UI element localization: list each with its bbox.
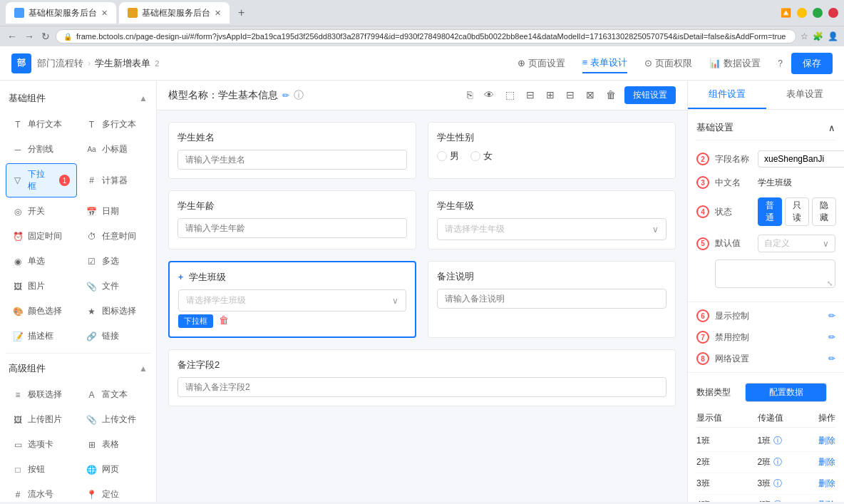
tab1-close[interactable]: ✕: [101, 9, 108, 18]
comp-link[interactable]: 🔗 链接: [80, 325, 151, 347]
comp-table[interactable]: ⊞ 表格: [80, 433, 151, 456]
info-icon-1[interactable]: ⓘ: [773, 435, 782, 447]
comp-calculator[interactable]: # 计算器: [80, 163, 151, 197]
student-grade-select[interactable]: 请选择学生年级 ∨: [437, 218, 667, 240]
data-type-opt-config[interactable]: 配置数据: [746, 384, 826, 401]
profile-icon[interactable]: 👤: [828, 31, 838, 41]
dropdown-label-btn[interactable]: 下拉框: [178, 314, 213, 328]
del-link-1[interactable]: 删除: [818, 435, 835, 447]
delete-toolbar-icon[interactable]: 🗑: [603, 86, 619, 104]
close-button[interactable]: [828, 8, 838, 18]
btn-settings-button[interactable]: 按钮设置: [624, 86, 676, 104]
star-icon[interactable]: ☆: [801, 31, 808, 41]
comp-date[interactable]: 📅 日期: [80, 200, 151, 222]
info-icon-4[interactable]: ⓘ: [773, 499, 782, 502]
collapse-icon[interactable]: ∧: [828, 123, 835, 133]
comp-upload-image[interactable]: 🖼 上传图片: [6, 408, 77, 431]
comp-any-time[interactable]: ⏱ 任意时间: [80, 225, 151, 247]
back-button[interactable]: ←: [6, 29, 19, 43]
disable-control-edit[interactable]: ✏: [828, 332, 835, 342]
refresh-button[interactable]: ↻: [40, 29, 51, 43]
layout5-icon[interactable]: ⊠: [583, 86, 597, 104]
url-bar[interactable]: 🔒 frame.bctools.cn/page-design-ui/#/form…: [56, 29, 796, 43]
save-button[interactable]: 保存: [791, 53, 833, 74]
gender-female[interactable]: 女: [470, 150, 493, 163]
num-3: 3: [696, 176, 709, 189]
layout4-icon[interactable]: ⊟: [563, 86, 577, 104]
field-student-class[interactable]: + 学生班级 请选择学生班级 ∨ 下拉框 🗑: [168, 261, 416, 338]
status-normal-btn[interactable]: 普通: [758, 197, 782, 226]
comp-webpage[interactable]: 🌐 网页: [80, 458, 151, 480]
tab2-close[interactable]: ✕: [215, 9, 221, 18]
comp-link-label: 链接: [102, 330, 119, 342]
info-icon-2[interactable]: ⓘ: [773, 456, 782, 468]
comp-upload-file[interactable]: 📎 上传文件: [80, 408, 151, 431]
tab-2[interactable]: 基础框架服务后台 ✕: [119, 2, 230, 24]
comp-cascade[interactable]: ≡ 极联选择: [6, 384, 77, 406]
expand-icon[interactable]: ⤡: [827, 279, 833, 287]
comp-serial[interactable]: # 流水号: [6, 483, 77, 502]
status-hidden-btn[interactable]: 隐藏: [812, 197, 836, 226]
eye-toolbar-icon[interactable]: 👁: [481, 86, 497, 104]
status-readonly-btn[interactable]: 只读: [785, 197, 809, 226]
basic-section-toggle[interactable]: ▲: [139, 93, 148, 103]
comp-dropdown[interactable]: ▽ 下拉框 1: [6, 163, 77, 197]
layout2-icon[interactable]: ⊟: [523, 86, 537, 104]
minimize-button[interactable]: [797, 8, 807, 18]
new-tab-button[interactable]: +: [232, 4, 250, 22]
breadcrumb-item-1[interactable]: 部门流程转: [37, 57, 83, 70]
gender-male[interactable]: 男: [437, 150, 459, 163]
layout1-icon[interactable]: ⬚: [503, 86, 518, 104]
header-actions: ? 保存: [778, 53, 833, 74]
model-name-edit-icon[interactable]: ✏: [282, 91, 289, 101]
tab-1[interactable]: 基础框架服务后台 ✕: [6, 2, 116, 24]
del-link-4[interactable]: 删除: [818, 499, 835, 502]
student-name-input[interactable]: [177, 150, 407, 170]
field-name-input[interactable]: [758, 150, 844, 168]
display-control-edit[interactable]: ✏: [828, 311, 835, 321]
comp-rich-text[interactable]: A 富文本: [80, 384, 151, 406]
del-link-3[interactable]: 删除: [818, 478, 835, 490]
field-delete-icon[interactable]: 🗑: [219, 314, 229, 328]
comp-multi-text[interactable]: T 多行文本: [80, 113, 151, 135]
copy-toolbar-icon[interactable]: ⎘: [464, 86, 475, 104]
tab-form-settings[interactable]: 表单设置: [766, 81, 845, 109]
forward-button[interactable]: →: [23, 29, 36, 43]
default-value-select[interactable]: 自定义 ∨: [758, 235, 835, 252]
student-age-input[interactable]: [177, 218, 407, 238]
network-settings-edit[interactable]: ✏: [828, 354, 835, 364]
default-value-textarea[interactable]: [715, 259, 835, 288]
layout3-icon[interactable]: ⊞: [543, 86, 557, 104]
comp-switch[interactable]: ◎ 开关: [6, 200, 77, 222]
comp-description[interactable]: 📝 描述框: [6, 325, 77, 347]
advanced-section-toggle[interactable]: ▲: [139, 364, 148, 374]
comp-fixed-time[interactable]: ⏰ 固定时间: [6, 225, 77, 247]
tab-page-settings[interactable]: ⊕ 页面设置: [518, 54, 565, 73]
comp-image[interactable]: 🖼 图片: [6, 275, 77, 297]
del-link-2[interactable]: 删除: [818, 456, 835, 468]
comp-small-title[interactable]: Aa 小标题: [80, 138, 151, 160]
tab-data-settings[interactable]: 📊 数据设置: [709, 54, 761, 73]
link-icon: 🔗: [86, 331, 98, 342]
ext-icon[interactable]: 🧩: [813, 31, 823, 41]
remarks-input[interactable]: [437, 289, 667, 309]
maximize-button[interactable]: [813, 8, 823, 18]
comp-multi-choice[interactable]: ☑ 多选: [80, 250, 151, 272]
tab-component-settings[interactable]: 组件设置: [688, 81, 766, 109]
student-class-select[interactable]: 请选择学生班级 ∨: [178, 289, 406, 312]
tab-form-design[interactable]: ≡ 表单设计: [582, 53, 628, 73]
comp-file[interactable]: 📎 文件: [80, 275, 151, 297]
comp-single-choice[interactable]: ◉ 单选: [6, 250, 77, 272]
comp-tab[interactable]: ▭ 选项卡: [6, 433, 77, 456]
comp-icon-picker[interactable]: ★ 图标选择: [80, 300, 151, 322]
comp-color-picker[interactable]: 🎨 颜色选择: [6, 300, 77, 322]
info-icon-3[interactable]: ⓘ: [773, 478, 782, 490]
comp-location[interactable]: 📍 定位: [80, 483, 151, 502]
comp-single-text[interactable]: T 单行文本: [6, 113, 77, 135]
comp-button[interactable]: □ 按钮: [6, 458, 77, 480]
comp-divider[interactable]: ─ 分割线: [6, 138, 77, 160]
col-display-header: 显示值: [696, 412, 752, 424]
help-button[interactable]: ?: [778, 58, 783, 68]
remarks2-input[interactable]: [177, 377, 667, 397]
tab-page-perms[interactable]: ⊙ 页面权限: [644, 54, 692, 73]
